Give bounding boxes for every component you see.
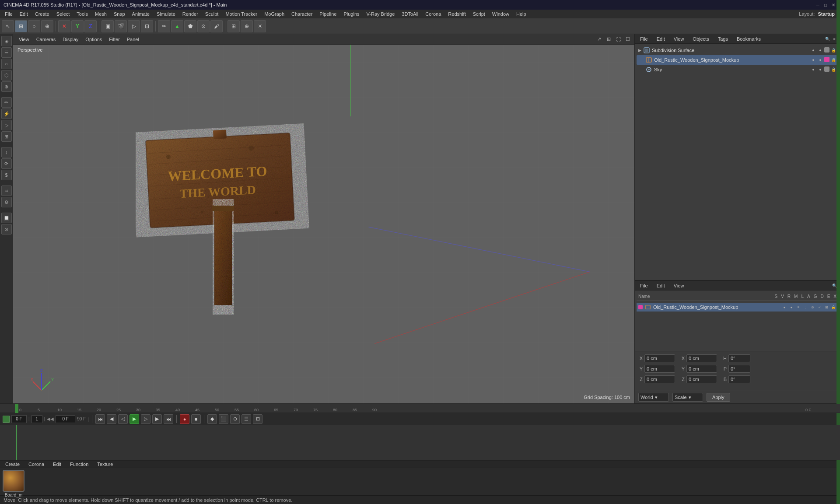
skip-to-end-button[interactable]: ⏭ — [164, 414, 173, 424]
menu-file[interactable]: File — [2, 10, 16, 18]
om-sky-lock-icon[interactable]: 🔒 — [830, 66, 836, 73]
sidebar-btn-8[interactable]: ▷ — [1, 120, 12, 130]
coord-p-input[interactable] — [728, 365, 750, 373]
sidebar-btn-13[interactable]: ⌗ — [1, 186, 12, 196]
auto-key-button[interactable]: ⬛ — [219, 414, 228, 424]
snap-button[interactable]: ⊕ — [241, 20, 253, 32]
mat-menu-function[interactable]: Function — [67, 461, 91, 468]
menu-create[interactable]: Create — [32, 10, 52, 18]
om-menu-tags[interactable]: Tags — [715, 35, 731, 42]
om-menu-file[interactable]: File — [637, 35, 651, 42]
am-menu-file[interactable]: File — [637, 282, 651, 289]
vp-layout-icon[interactable]: ⊞ — [605, 35, 612, 43]
mat-menu-create[interactable]: Create — [3, 461, 22, 468]
transform-tool-button[interactable]: ⊕ — [41, 20, 53, 32]
timeline-track[interactable] — [0, 425, 840, 460]
menu-render[interactable]: Render — [179, 10, 201, 18]
object-mode-button[interactable]: ▣ — [102, 20, 114, 32]
render-region-button[interactable]: ⊡ — [141, 20, 153, 32]
coord-z-input[interactable] — [644, 375, 675, 383]
om-menu-bookmarks[interactable]: Bookmarks — [734, 35, 763, 42]
sidebar-btn-2[interactable]: ☰ — [1, 47, 12, 58]
vp-menu-view[interactable]: View — [16, 36, 32, 43]
om-signpost-vis-icon[interactable]: ● — [810, 57, 816, 63]
vp-expand-icon[interactable]: ↗ — [595, 35, 603, 43]
rotate-tool-button[interactable]: ○ — [28, 20, 40, 32]
om-item-subdivision[interactable]: ▶ Subdivision Surface ● ● 🔒 — [637, 46, 838, 55]
menu-redshift[interactable]: Redshift — [445, 10, 469, 18]
sidebar-btn-16[interactable]: ⊙ — [1, 224, 12, 234]
menu-vray[interactable]: V-Ray Bridge — [364, 10, 398, 18]
menu-edit[interactable]: Edit — [17, 10, 31, 18]
om-signpost-lock-icon[interactable]: 🔒 — [830, 57, 836, 63]
sidebar-btn-15[interactable]: 🔲 — [1, 213, 12, 223]
close-button[interactable]: ✕ — [830, 2, 836, 8]
spline-tool-button[interactable]: ⊙ — [197, 20, 210, 32]
menu-character[interactable]: Character — [288, 10, 315, 18]
x-axis-button[interactable]: ✕ — [58, 20, 70, 32]
sidebar-btn-12[interactable]: $ — [1, 170, 12, 180]
menu-3dtoall[interactable]: 3DToAll — [399, 10, 421, 18]
vp-menu-display[interactable]: Display — [60, 36, 81, 43]
timeline-mode-button[interactable]: ⊞ — [253, 414, 262, 424]
vp-menu-options[interactable]: Options — [82, 36, 105, 43]
menu-help[interactable]: Help — [513, 10, 529, 18]
render-button[interactable]: ▷ — [128, 20, 140, 32]
menu-animate[interactable]: Animate — [129, 10, 153, 18]
coord-rx-input[interactable] — [686, 354, 717, 362]
om-subdiv-vis-icon[interactable]: ● — [810, 47, 816, 53]
next-key-button[interactable]: ▶ — [152, 414, 162, 424]
menu-motion-tracker[interactable]: Motion Tracker — [222, 10, 260, 18]
om-item-sky[interactable]: Sky ● ● 🔒 — [637, 65, 838, 74]
menu-snap[interactable]: Snap — [111, 10, 128, 18]
attr-ctrl-1[interactable]: ● — [781, 304, 788, 310]
om-menu-edit[interactable]: Edit — [654, 35, 668, 42]
motion-path-button[interactable]: ⊙ — [230, 414, 240, 424]
draw-tool-button[interactable]: ✏ — [158, 20, 170, 32]
menu-plugins[interactable]: Plugins — [340, 10, 362, 18]
menu-script[interactable]: Script — [470, 10, 488, 18]
attr-ctrl-4[interactable]: : — [802, 304, 808, 310]
sidebar-btn-10[interactable]: ↕ — [1, 147, 12, 158]
om-search-icon[interactable]: 🔍 — [824, 36, 830, 42]
coord-b-input[interactable] — [728, 375, 750, 383]
sidebar-btn-1[interactable]: ◈ — [1, 36, 12, 46]
sidebar-btn-11[interactable]: ⟳ — [1, 158, 12, 169]
om-menu-objects[interactable]: Objects — [690, 35, 711, 42]
coord-ry-input[interactable] — [686, 365, 717, 373]
coord-y-input[interactable] — [644, 365, 675, 373]
attr-ctrl-8[interactable]: 🔒 — [830, 304, 836, 310]
vp-menu-panel[interactable]: Panel — [124, 36, 142, 43]
frame-pos-input[interactable] — [56, 415, 75, 423]
viewport-canvas[interactable]: Perspective — [13, 45, 634, 403]
next-frame-button[interactable]: ▷ — [141, 414, 150, 424]
menu-corona[interactable]: Corona — [422, 10, 444, 18]
brush-tool-button[interactable]: 🖌 — [210, 20, 223, 32]
menu-mograph[interactable]: MoGraph — [261, 10, 287, 18]
om-sky-render-icon[interactable]: ● — [817, 66, 823, 73]
record-button[interactable]: ● — [180, 414, 189, 424]
am-menu-view[interactable]: View — [671, 282, 687, 289]
om-item-signpost[interactable]: Old_Rustic_Wooden_Signpost_Mockup ● ● 🔒 — [637, 55, 838, 65]
sidebar-btn-9[interactable]: ⊞ — [1, 131, 12, 142]
apply-button[interactable]: Apply — [707, 393, 730, 402]
mat-menu-corona[interactable]: Corona — [26, 461, 47, 468]
menu-select[interactable]: Select — [53, 10, 73, 18]
vp-fullscreen-icon[interactable]: ⛶ — [614, 35, 622, 43]
sidebar-btn-3[interactable]: ○ — [1, 59, 12, 69]
menu-mesh[interactable]: Mesh — [92, 10, 110, 18]
om-sky-vis-icon[interactable]: ● — [810, 66, 816, 73]
attr-ctrl-5[interactable]: ⊙ — [809, 304, 816, 310]
material-swatch[interactable] — [3, 470, 24, 492]
attr-ctrl-7[interactable]: ⊞ — [823, 304, 830, 310]
sidebar-btn-6[interactable]: ✏ — [1, 97, 12, 108]
coord-x-input[interactable] — [644, 354, 675, 362]
scale-dropdown[interactable]: Scale ▾ — [672, 393, 703, 402]
minimize-button[interactable]: ─ — [815, 2, 821, 8]
vp-settings-icon[interactable]: ☐ — [624, 35, 632, 43]
om-signpost-render-icon[interactable]: ● — [817, 57, 823, 63]
polygon-tool-button[interactable]: ⬟ — [184, 20, 196, 32]
coord-h-input[interactable] — [728, 354, 750, 362]
timeline-settings-button[interactable]: ☰ — [242, 414, 251, 424]
scale-tool-button[interactable]: ⊞ — [15, 20, 27, 32]
